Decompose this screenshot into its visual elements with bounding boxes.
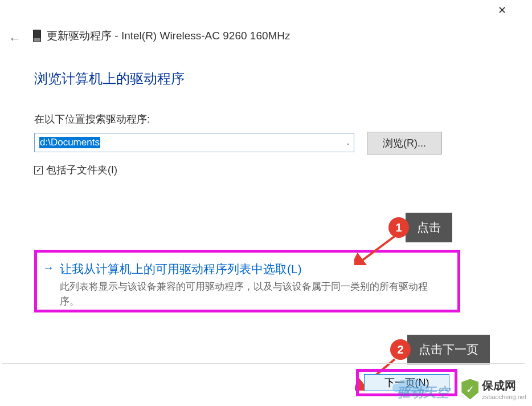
annotation-1: 1 点击 [388, 213, 452, 242]
title-prefix: 更新驱动程序 - [47, 30, 121, 42]
device-icon [33, 30, 41, 42]
annotation-badge-1: 1 [388, 217, 409, 238]
annotation-label-2: 点击下一页 [407, 335, 490, 364]
shield-icon: ✓ [461, 379, 478, 400]
annotation-2: 2 点击下一页 [390, 335, 490, 364]
watermark-logo: ✓ 保成网 zsbaocheng.net [461, 378, 526, 400]
include-subfolders-row[interactable]: ✓ 包括子文件夹(I) [34, 163, 117, 177]
back-arrow[interactable]: ← [9, 31, 21, 46]
pick-from-list-option[interactable]: → 让我从计算机上的可用驱动程序列表中选取(L) 此列表将显示与该设备兼容的可用… [34, 250, 460, 312]
option-title: 让我从计算机上的可用驱动程序列表中选取(L) [60, 261, 446, 277]
watermark-cloud-text: 驱动天空 [397, 384, 449, 401]
browse-button[interactable]: 浏览(R)... [367, 132, 442, 155]
path-combobox[interactable]: d:\Documents ⌄ [34, 133, 354, 152]
window-title-row: 更新驱动程序 - Intel(R) Wireless-AC 9260 160MH… [33, 29, 290, 43]
annotation-badge-2: 2 [390, 339, 411, 360]
include-subfolders-label: 包括子文件夹(I) [46, 163, 117, 177]
footer-separator [2, 363, 525, 364]
option-description: 此列表将显示与该设备兼容的可用驱动程序，以及与该设备属于同一类别的所有驱动程序。 [60, 279, 446, 308]
window-title: 更新驱动程序 - Intel(R) Wireless-AC 9260 160MH… [47, 29, 290, 43]
search-location-label: 在以下位置搜索驱动程序: [34, 112, 150, 126]
path-value: d:\Documents [39, 137, 100, 148]
annotation-label-1: 点击 [406, 213, 452, 242]
chevron-down-icon[interactable]: ⌄ [346, 140, 350, 146]
watermark-url: zsbaocheng.net [482, 393, 526, 400]
device-name: Intel(R) Wireless-AC 9260 160MHz [121, 30, 290, 42]
watermark-brand: 保成网 [482, 378, 526, 393]
page-heading: 浏览计算机上的驱动程序 [34, 70, 185, 88]
arrow-right-icon: → [43, 261, 54, 274]
close-button[interactable]: ✕ [489, 3, 515, 17]
include-subfolders-checkbox[interactable]: ✓ [34, 166, 43, 174]
